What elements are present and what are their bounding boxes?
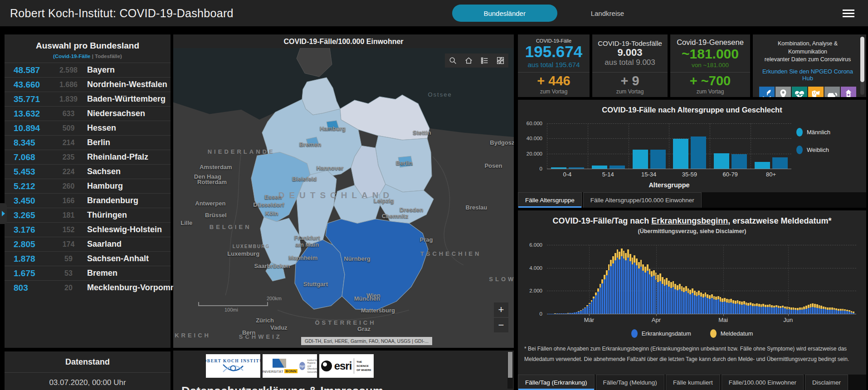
bar bbox=[846, 310, 848, 314]
meldedatum-segment bbox=[677, 285, 678, 291]
erkrankungsdatum-segment bbox=[814, 307, 816, 314]
bar bbox=[717, 296, 719, 314]
basemap-icon[interactable] bbox=[493, 54, 508, 68]
legend-label: Erkrankungsdatum bbox=[642, 330, 691, 337]
table-row[interactable]: 3.450166Brandenburg bbox=[5, 193, 171, 208]
table-row[interactable]: 13.632633Niedersachsen bbox=[5, 106, 171, 121]
table-row[interactable]: 80320Mecklenburg-Vorpommern bbox=[5, 280, 171, 295]
heart-pulse-icon[interactable] bbox=[792, 87, 807, 98]
erkrankungsdatum-segment bbox=[799, 310, 801, 314]
zoom-out-button[interactable]: − bbox=[494, 318, 508, 332]
bar bbox=[778, 306, 780, 314]
table-row[interactable]: 35.7711.839Baden-Württemberg bbox=[5, 92, 171, 106]
meldedatum-segment bbox=[659, 273, 661, 281]
map-canvas[interactable]: OstseeNIEDERLANDEBELGIENLUXEMBURGDEUTSCH… bbox=[173, 48, 514, 348]
table-row[interactable]: 10.894509Hessen bbox=[5, 121, 171, 135]
cases-value: 13.632 bbox=[14, 109, 55, 119]
table-row[interactable]: 2.805174Saarland bbox=[5, 237, 171, 251]
bar bbox=[610, 260, 612, 314]
legend-icon[interactable] bbox=[477, 54, 493, 68]
erkrankungsdatum-segment bbox=[715, 300, 717, 314]
bar bbox=[592, 166, 607, 169]
npgeo-scrollbar[interactable] bbox=[860, 37, 864, 95]
meldedatum-segment bbox=[724, 298, 726, 302]
bar bbox=[601, 279, 603, 314]
tab-0[interactable]: Fälle Altersgruppe bbox=[518, 192, 582, 208]
table-row[interactable]: 5.212260Hamburg bbox=[5, 179, 171, 193]
legend-label: Meldedatum bbox=[721, 330, 753, 337]
tab-landkreise[interactable]: Landkreise bbox=[591, 10, 624, 17]
card-delta-label: zum Vortag bbox=[697, 88, 724, 95]
erkrankungsdatum-segment bbox=[750, 305, 751, 314]
table-row[interactable]: 5.453224Sachsen bbox=[5, 164, 171, 179]
axis-tickmark bbox=[589, 314, 590, 316]
bar bbox=[820, 306, 822, 314]
table-row[interactable]: 3.176152Schleswig-Holstein bbox=[5, 222, 171, 237]
home-icon[interactable] bbox=[461, 54, 477, 68]
erkrankungsdatum-segment bbox=[784, 308, 786, 314]
zoom-in-button[interactable]: + bbox=[494, 302, 508, 317]
card-npgeo-hub: Kombination, Analyse & Kommunikation rel… bbox=[753, 34, 866, 97]
state-berlin[interactable] bbox=[398, 156, 413, 167]
tab-1[interactable]: Fälle/Tag (Meldung) bbox=[596, 375, 664, 390]
erkrankungsdatum-segment bbox=[673, 287, 674, 314]
table-row[interactable]: 43.6601.686Nordrhein-Westfalen bbox=[5, 77, 171, 92]
bar bbox=[702, 294, 704, 314]
cases-value: 1.878 bbox=[14, 254, 55, 264]
state-baden-wuerttemberg[interactable] bbox=[295, 240, 345, 309]
bar bbox=[752, 303, 754, 314]
erkrankungsdatum-segment bbox=[677, 290, 678, 314]
tab-0[interactable]: Fälle/Tag (Erkrankung) bbox=[518, 375, 595, 390]
table-row[interactable]: 48.5872.598Bayern bbox=[5, 63, 171, 77]
age-chart-panel: COVID-19-Fälle nach Altersgruppe und Ges… bbox=[518, 100, 866, 208]
card-delta-label: zum Vortag bbox=[616, 88, 644, 95]
daily-plot bbox=[547, 245, 856, 314]
bar bbox=[754, 304, 756, 314]
state-rheinland-pfalz[interactable] bbox=[260, 217, 301, 268]
axis-tick: 40.000 bbox=[527, 136, 542, 141]
bar bbox=[709, 295, 711, 314]
tab-3[interactable]: Fälle/100.000 Einwohner bbox=[722, 375, 804, 390]
footer-scrollbar[interactable] bbox=[507, 352, 513, 389]
daily-chart-subtitle: (Übermittlungsverzug, siehe Disclaimer) bbox=[518, 228, 866, 234]
table-row[interactable]: 7.068235Rheinland-Pfalz bbox=[5, 150, 171, 164]
table-row[interactable]: 1.67553Bremen bbox=[5, 266, 171, 280]
map-pin-icon[interactable] bbox=[775, 87, 791, 98]
erkrankungsdatum-segment bbox=[711, 298, 713, 314]
menu-icon[interactable] bbox=[843, 8, 854, 19]
table-row[interactable]: 8.345214Berlin bbox=[5, 135, 171, 150]
subtitle-cases: (Covid-19-Fälle bbox=[53, 54, 90, 59]
bar bbox=[621, 249, 623, 314]
bundesland-name: Sachsen-Anhalt bbox=[82, 254, 171, 263]
map-area-icon[interactable] bbox=[808, 87, 824, 98]
rki-logo[interactable]: ROBERT KOCH INSTITUT bbox=[206, 354, 260, 378]
age-bar-group bbox=[629, 123, 669, 169]
sidebar-collapse-handle[interactable] bbox=[0, 203, 7, 224]
bar bbox=[685, 286, 687, 314]
tab-bundeslaender[interactable]: Bundesländer bbox=[452, 5, 557, 22]
meldedatum-segment bbox=[819, 305, 820, 308]
erkrankungsdatum-segment bbox=[647, 271, 649, 314]
esri-logo[interactable]: esri THE SCIENCE OF WHERE bbox=[319, 354, 374, 378]
uni-bonn-logo[interactable]: UNIVERSITÄT BONN ihph Institut für Hygie… bbox=[263, 354, 317, 378]
search-icon[interactable] bbox=[445, 54, 461, 68]
rki-fish-icon bbox=[220, 363, 246, 373]
bell-tower-icon[interactable] bbox=[841, 87, 856, 98]
tab-1[interactable]: Fälle Altersgruppe/100.000 Einwohner bbox=[583, 192, 702, 208]
tab-4[interactable]: Disclaimer bbox=[805, 375, 848, 390]
bar bbox=[636, 258, 638, 314]
table-row[interactable]: 1.87859Sachsen-Anhalt bbox=[5, 251, 171, 266]
bar bbox=[730, 299, 732, 314]
table-row[interactable]: 3.265181Thüringen bbox=[5, 208, 171, 222]
deaths-value: 214 bbox=[55, 139, 82, 147]
bar bbox=[698, 291, 700, 314]
bar bbox=[741, 302, 743, 314]
deaths-value: 181 bbox=[55, 211, 82, 219]
erkrankungsdatum-segment bbox=[782, 307, 784, 314]
erkrankungsdatum-segment bbox=[657, 282, 659, 314]
npgeo-hub-link[interactable]: Erkunden Sie den NPGEO Corona Hub bbox=[758, 68, 857, 82]
tab-2[interactable]: Fälle kumuliert bbox=[666, 375, 720, 390]
age-x-axis: 0-45-1415-3435-5960-7980+ bbox=[547, 171, 791, 178]
hand-plant-icon[interactable] bbox=[759, 87, 775, 98]
cars-icon[interactable] bbox=[824, 87, 840, 98]
